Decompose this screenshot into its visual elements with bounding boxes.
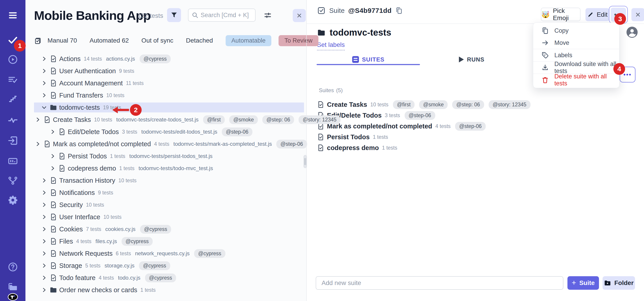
menu-item-download-suite-with-all-tests[interactable]: Download suite with all tests — [533, 62, 619, 74]
tree-item-name[interactable]: Persist Todos — [68, 153, 107, 160]
chevron-right-icon[interactable] — [49, 152, 56, 160]
chevron-right-icon[interactable] — [40, 262, 48, 269]
report-widget-icon[interactable] — [8, 156, 18, 166]
chevron-right-icon[interactable] — [40, 250, 48, 257]
chevron-right-icon[interactable] — [40, 274, 48, 282]
tree-item-name[interactable]: Network Requests — [59, 250, 112, 257]
tree-item-name[interactable]: Security — [59, 201, 83, 209]
tab-runs[interactable]: RUNS — [420, 54, 523, 65]
tree-row[interactable]: Transaction History10 tests — [34, 175, 304, 185]
tree-row[interactable]: Files4 testsfiles.cy.js@cypress — [34, 236, 304, 246]
close-suite-button[interactable]: ✕ — [632, 8, 644, 21]
search-input[interactable] — [201, 12, 250, 19]
add-suite-button[interactable]: + Suite — [568, 276, 599, 290]
analytics-pulse-icon[interactable] — [8, 115, 18, 125]
suite-item-name[interactable]: Create Tasks — [327, 101, 367, 108]
tree-row[interactable]: Mark as completed/not completed4 teststo… — [34, 139, 304, 149]
tab-suites[interactable]: SUITES — [316, 54, 420, 65]
chevron-down-icon[interactable] — [40, 104, 48, 111]
tree-item-name[interactable]: Files — [59, 238, 73, 245]
set-labels-link[interactable]: Set labels — [317, 41, 345, 51]
projects-folder-icon[interactable] — [8, 281, 18, 292]
tree-item-name[interactable]: Create Tasks — [53, 116, 91, 123]
menu-item-move[interactable]: Move — [533, 37, 619, 49]
chevron-right-icon[interactable] — [34, 140, 42, 148]
tree-item-name[interactable]: Transaction History — [59, 177, 115, 184]
filter-automated[interactable]: Automated 62 — [90, 37, 129, 44]
add-folder-button[interactable]: Folder — [602, 276, 635, 290]
tree-row[interactable]: Edit/Delete Todos3 teststodomvc-tests/ed… — [34, 127, 304, 137]
settings-gear-icon[interactable] — [8, 195, 18, 205]
chevron-right-icon[interactable] — [40, 177, 48, 184]
tree-row[interactable]: Security10 tests — [34, 200, 304, 210]
chevron-right-icon[interactable] — [40, 55, 48, 63]
filter-automatable[interactable]: Automatable — [226, 35, 272, 46]
suite-item-name[interactable]: Persist Todos — [327, 133, 370, 141]
tree-item-name[interactable]: Storage — [59, 262, 82, 269]
hamburger-menu-icon[interactable] — [8, 10, 18, 21]
chevron-right-icon[interactable] — [49, 164, 56, 172]
tree-row[interactable]: Create Tasks10 teststodomvc-tests/create… — [34, 115, 304, 125]
tree-item-name[interactable]: Cookies — [59, 225, 83, 233]
suite-list-item[interactable]: Create Tasks10 tests@first@smoke@step: 0… — [316, 99, 587, 110]
suite-item-name[interactable]: codepress demo — [327, 144, 379, 152]
assignee-avatar[interactable] — [626, 26, 638, 38]
pick-emoji-button[interactable]: 🤯 Pick Emoji — [541, 8, 580, 21]
tree-row[interactable]: Fund Transfers10 tests — [34, 90, 304, 100]
suite-list-item[interactable]: Mark as completed/not completed4 tests@s… — [316, 121, 587, 132]
import-icon[interactable] — [8, 135, 18, 146]
copy-suite-id-icon[interactable] — [395, 7, 403, 15]
view-settings-icon[interactable] — [262, 10, 274, 21]
help-icon[interactable] — [8, 262, 18, 272]
tree-row[interactable]: Order new checks or cards1 tests — [34, 285, 304, 295]
tree-row[interactable]: User Interface10 tests — [34, 212, 304, 222]
tree-row[interactable]: todomvc-tests19 tests2 — [34, 103, 304, 112]
chevron-right-icon[interactable] — [40, 286, 48, 294]
tree-item-name[interactable]: Mark as completed/not completed — [53, 140, 151, 148]
tree-item-name[interactable]: todomvc-tests — [59, 104, 100, 111]
tree-item-name[interactable]: User Interface — [59, 213, 100, 221]
add-suite-input[interactable] — [316, 276, 564, 290]
tree-row[interactable]: Actions14 testsactions.cy.js@cypress — [34, 54, 304, 64]
tree-row[interactable]: Cookies7 testscookies.cy.js@cypress — [34, 224, 304, 234]
tree-item-name[interactable]: Todo feature — [59, 274, 96, 282]
chevron-right-icon[interactable] — [40, 92, 48, 99]
tree-item-name[interactable]: Fund Transfers — [59, 92, 103, 99]
chevron-right-icon[interactable] — [34, 116, 42, 123]
runs-play-icon[interactable] — [8, 54, 18, 65]
steps-icon[interactable] — [8, 94, 18, 104]
filter-button[interactable] — [167, 8, 181, 22]
chevron-right-icon[interactable] — [40, 67, 48, 75]
chevron-right-icon[interactable] — [40, 213, 48, 221]
suite-list-item[interactable]: Edit/Delete Todos3 tests@step-06 — [316, 110, 587, 121]
tree-row[interactable]: Persist Todos1 teststodomvc-tests/persis… — [34, 151, 304, 161]
tree-item-name[interactable]: codepress demo — [68, 165, 116, 172]
filter-to-review[interactable]: To Review — [278, 35, 318, 46]
edit-suite-button[interactable]: Edit — [586, 8, 609, 21]
panel-resize-handle[interactable] — [304, 155, 307, 168]
test-plans-icon[interactable] — [8, 75, 18, 85]
chevron-right-icon[interactable] — [40, 237, 48, 245]
tree-item-name[interactable]: Notifications — [59, 189, 95, 196]
menu-item-labels[interactable]: Labels — [533, 49, 619, 61]
app-logo[interactable] — [8, 292, 18, 301]
close-panel-button[interactable]: ✕ — [293, 9, 306, 22]
tree-item-name[interactable]: Account Management — [59, 80, 123, 87]
menu-item-delete-suite-with-all-tests[interactable]: Delete suite with all tests — [533, 74, 619, 86]
bulk-select-icon[interactable] — [34, 37, 42, 44]
tree-item-name[interactable]: Edit/Delete Todos — [68, 128, 119, 136]
tree-row[interactable]: User Authentication9 tests — [34, 66, 304, 76]
filter-detached[interactable]: Detached — [186, 37, 213, 44]
menu-item-copy[interactable]: Copy — [533, 25, 619, 37]
tree-row[interactable]: codepress demo1 teststodomvc-tests/todo-… — [34, 163, 304, 173]
tree-item-name[interactable]: Order new checks or cards — [59, 286, 137, 294]
branch-icon[interactable] — [8, 175, 18, 186]
chevron-right-icon[interactable] — [40, 201, 48, 209]
filter-manual[interactable]: Manual 70 — [48, 37, 77, 44]
chevron-right-icon[interactable] — [40, 225, 48, 233]
filter-out-of-sync[interactable]: Out of sync — [142, 37, 174, 44]
tree-row[interactable]: Network Requests6 testsnetwork_requests.… — [34, 248, 304, 258]
tree-row[interactable]: Storage5 testsstorage.cy.js@cypress — [34, 261, 304, 270]
suite-list-item[interactable]: codepress demo1 tests — [316, 142, 587, 153]
tree-row[interactable]: Todo feature4 teststodo.cy.js@cypress — [34, 273, 304, 283]
